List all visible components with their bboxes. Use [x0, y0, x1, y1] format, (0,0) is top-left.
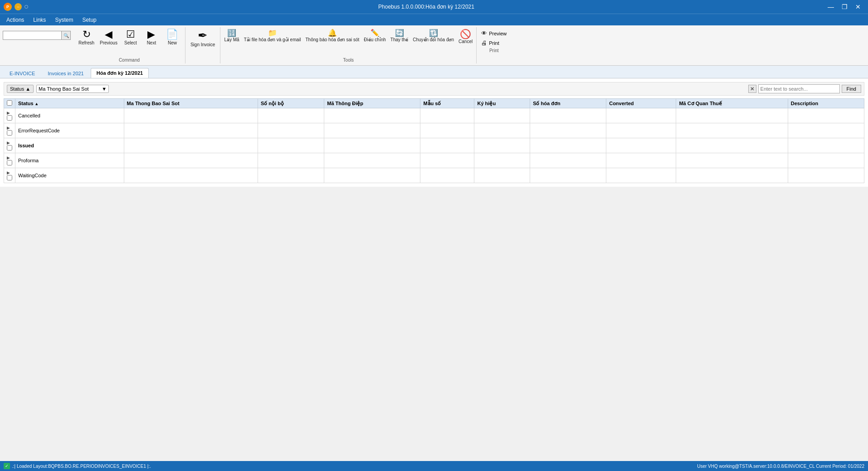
- col-so-hoa-don[interactable]: Số hóa đơn: [530, 99, 606, 108]
- row-check-cell[interactable]: ▶: [4, 153, 15, 168]
- menu-setup[interactable]: Setup: [78, 16, 101, 24]
- close-button[interactable]: ✕: [852, 1, 864, 12]
- row-expand-proforma[interactable]: ▶: [7, 155, 10, 160]
- thay-the-icon: 🔄: [395, 29, 404, 37]
- breadcrumb-einvoice[interactable]: E-INVOICE: [4, 68, 41, 78]
- row-check-cell[interactable]: ▶: [4, 123, 15, 138]
- row-expand-cancelled[interactable]: ▶: [7, 111, 10, 115]
- preview-icon: 👁: [481, 30, 487, 37]
- filter-search-input[interactable]: [758, 84, 840, 93]
- row-expand-waiting[interactable]: ▶: [7, 170, 10, 175]
- status-filter-label: Status: [10, 86, 24, 92]
- row-expand-error[interactable]: ▶: [7, 126, 10, 130]
- ky-hieu-cell: [474, 123, 530, 138]
- new-label: New: [168, 40, 177, 45]
- previous-button[interactable]: ◀ Previous: [98, 28, 120, 47]
- status-icon: ✓: [4, 463, 10, 469]
- minimize-button[interactable]: —: [824, 1, 837, 12]
- row-check-cell[interactable]: ▶: [4, 138, 15, 153]
- app-logo: P: [4, 3, 12, 11]
- cancel-label: Cancel: [458, 39, 473, 44]
- breadcrumb-bar: E-INVOICE Invoices in 2021 Hóa đơn kỳ 12…: [0, 66, 868, 78]
- next-button[interactable]: ▶ Next: [141, 28, 161, 47]
- menu-links[interactable]: Links: [29, 16, 50, 24]
- converted-cell: [606, 138, 676, 153]
- row-checkbox-waiting[interactable]: [7, 175, 12, 180]
- row-checkbox-issued[interactable]: [7, 145, 12, 151]
- tai-file-button[interactable]: 📁 Tải file hóa đơn và gửi email: [242, 28, 303, 44]
- menu-actions[interactable]: Actions: [2, 16, 29, 24]
- cancel-button[interactable]: 🚫 Cancel: [457, 28, 474, 45]
- menu-system[interactable]: System: [50, 16, 78, 24]
- chuyen-doi-button[interactable]: 🔃 Chuyển đổi hóa đơn: [411, 28, 456, 44]
- dieu-chinh-icon: ✏️: [371, 29, 380, 37]
- table-row: ▶ WaitingCode: [4, 168, 864, 183]
- status-right-text: User VHQ working@TST/A.server:10.0.0.8/E…: [697, 464, 864, 469]
- col-mau-so[interactable]: Mẫu số: [420, 99, 474, 108]
- row-check-cell[interactable]: ▶: [4, 108, 15, 123]
- ma-thong-bao-dropdown[interactable]: Ma Thong Bao Sai Sot ▼: [36, 85, 109, 93]
- col-so-noi-bo[interactable]: Số nội bộ: [258, 99, 324, 108]
- so-noi-bo-cell: [258, 153, 324, 168]
- print-button[interactable]: 🖨 Print: [479, 39, 508, 47]
- row-expand-issued[interactable]: ▶: [7, 141, 10, 145]
- ma-thong-diep-cell: [324, 153, 420, 168]
- row-checkbox-proforma[interactable]: [7, 160, 12, 165]
- mau-so-cell: [420, 138, 474, 153]
- tai-file-label: Tải file hóa đơn và gửi email: [244, 37, 301, 42]
- lay-ma-button[interactable]: 🔢 Lấy Mã: [222, 28, 241, 44]
- col-check[interactable]: [4, 99, 15, 108]
- toolbar-search-button[interactable]: 🔍: [62, 31, 71, 40]
- breadcrumb-invoices-2021[interactable]: Invoices in 2021: [42, 68, 90, 78]
- thong-bao-button[interactable]: 🔔 Thông báo hóa đơn sai sót: [303, 28, 361, 44]
- table-row: ▶ Proforma: [4, 153, 864, 168]
- col-converted[interactable]: Converted: [606, 99, 676, 108]
- so-hoa-don-cell: [530, 153, 606, 168]
- table-row: ▶ Issued: [4, 138, 864, 153]
- print-group: 👁 Preview 🖨 Print Print: [477, 27, 511, 55]
- col-ma-thong-bao[interactable]: Ma Thong Bao Sai Sot: [124, 99, 258, 108]
- ma-thong-bao-cell: [124, 153, 258, 168]
- minimize-indicator: –: [15, 3, 22, 10]
- restore-button[interactable]: ❐: [838, 1, 851, 12]
- table-body: ▶ Cancelled ▶ ErrorRequestCode: [4, 108, 864, 183]
- new-button[interactable]: 📄 New: [162, 28, 182, 47]
- row-check-cell[interactable]: ▶: [4, 168, 15, 183]
- main-content: Status ▲ Ma Thong Bao Sai Sot ▼ ✕ Find S…: [0, 78, 868, 187]
- row-checkbox-error[interactable]: [7, 130, 12, 136]
- breadcrumb-hoa-don[interactable]: Hóa đơn kỳ 12/2021: [91, 68, 149, 78]
- col-ma-co-quan-thue[interactable]: Mã Cơ Quan Thuế: [676, 99, 788, 108]
- status-left: ✓ .:| Loaded Layout:BQPBS.BO.RE.PERIODIN…: [4, 463, 151, 469]
- filter-find-button[interactable]: Find: [842, 85, 861, 93]
- select-button[interactable]: ☑ Select: [121, 28, 141, 47]
- thay-the-button[interactable]: 🔄 Thay thế: [389, 28, 410, 44]
- col-ma-thong-diep[interactable]: Mã Thông Điệp: [324, 99, 420, 108]
- command-group: ↻ Refresh ◀ Previous ☑ Select ▶ Next 📄 N…: [73, 27, 185, 63]
- ma-thong-diep-cell: [324, 138, 420, 153]
- so-hoa-don-cell: [530, 108, 606, 123]
- select-all-checkbox[interactable]: [7, 100, 12, 106]
- refresh-button[interactable]: ↻ Refresh: [76, 28, 97, 47]
- select-icon: ☑: [126, 29, 135, 39]
- so-noi-bo-cell: [258, 123, 324, 138]
- mau-so-cell: [420, 108, 474, 123]
- filter-clear-button[interactable]: ✕: [748, 85, 756, 93]
- description-cell: [788, 138, 864, 153]
- status-cell-waiting: WaitingCode: [15, 168, 124, 183]
- status-filter-button[interactable]: Status ▲: [7, 85, 34, 93]
- col-description[interactable]: Description: [788, 99, 864, 108]
- row-checkbox-cancelled[interactable]: [7, 115, 12, 121]
- col-status[interactable]: Status: [15, 99, 124, 108]
- sign-group: ✒ Sign Invoice: [185, 27, 220, 63]
- logo-text: P: [6, 5, 9, 9]
- col-ky-hieu[interactable]: Ký hiệu: [474, 99, 530, 108]
- mau-so-cell: [420, 168, 474, 183]
- status-sort-icon: ▲: [25, 86, 30, 92]
- filter-left: Status ▲ Ma Thong Bao Sai Sot ▼: [7, 85, 109, 93]
- sign-group-label: [202, 57, 204, 63]
- toolbar-search-input[interactable]: [3, 31, 62, 40]
- converted-cell: [606, 168, 676, 183]
- preview-button[interactable]: 👁 Preview: [479, 29, 508, 38]
- sign-invoice-button[interactable]: ✒ Sign Invoice: [188, 28, 217, 49]
- dieu-chinh-button[interactable]: ✏️ Điều chỉnh: [362, 28, 387, 44]
